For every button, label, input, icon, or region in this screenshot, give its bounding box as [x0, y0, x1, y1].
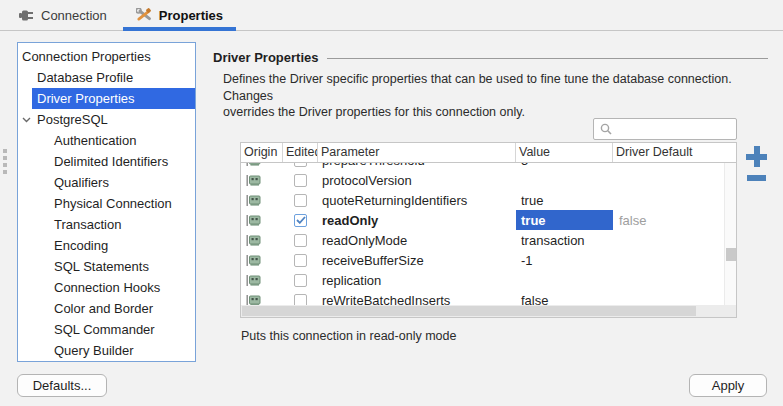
sidebar-item-postgresql[interactable]: PostgreSQL: [18, 109, 195, 130]
tab-connection[interactable]: Connection: [18, 0, 107, 31]
sidebar-item-label: Query Builder: [54, 343, 133, 358]
table-row[interactable]: quoteReturningIdentifierstrue: [241, 190, 724, 210]
scrollbar-corner: [724, 305, 736, 317]
edited-checkbox[interactable]: [294, 254, 307, 267]
sidebar-item-database-profile[interactable]: Database Profile: [18, 67, 195, 88]
table-row[interactable]: readOnlyModetransaction: [241, 230, 724, 250]
sidebar-item-driver-properties[interactable]: Driver Properties: [32, 88, 195, 109]
edited-checkbox[interactable]: [294, 274, 307, 287]
sidebar-item-label: Authentication: [54, 133, 136, 148]
table-row[interactable]: replication: [241, 270, 724, 290]
value-cell[interactable]: true: [516, 190, 613, 210]
add-property-button[interactable]: [746, 146, 767, 167]
tools-icon: [136, 8, 152, 22]
value-cell[interactable]: -1: [516, 250, 613, 270]
edited-cell: [283, 163, 318, 170]
tab-properties[interactable]: Properties: [123, 0, 236, 31]
value-cell[interactable]: [516, 270, 613, 290]
settings-tree: Connection PropertiesDatabase ProfileDri…: [17, 42, 196, 362]
section-header: Driver Properties: [213, 50, 768, 65]
remove-property-button[interactable]: [747, 175, 766, 181]
value-cell[interactable]: transaction: [516, 230, 613, 250]
column-header-value[interactable]: Value: [516, 143, 613, 162]
search-icon: [599, 122, 613, 136]
search-input[interactable]: [613, 120, 736, 138]
table-row[interactable]: readOnlytruefalse: [241, 210, 724, 230]
chevron-down-icon[interactable]: [22, 117, 32, 123]
edited-cell: [283, 270, 318, 290]
column-header-edited[interactable]: Edited: [283, 143, 318, 162]
sidebar-item-explain-plan[interactable]: Explain Plan: [18, 361, 195, 362]
edited-checkbox[interactable]: [294, 194, 307, 207]
sidebar-item-physical-connection[interactable]: Physical Connection: [18, 193, 195, 214]
tab-connection-label: Connection: [41, 8, 107, 23]
parameter-name: readOnly: [318, 210, 516, 230]
sidebar-item-sql-commander[interactable]: SQL Commander: [18, 319, 195, 340]
section-description: Defines the Driver specific properties t…: [223, 71, 768, 121]
table-row[interactable]: receiveBufferSize-1: [241, 250, 724, 270]
value-cell[interactable]: false: [516, 290, 613, 305]
edited-cell: [283, 190, 318, 210]
edited-checkbox-checked[interactable]: [294, 214, 307, 227]
section-rule: [327, 58, 769, 59]
driver-default-cell: [613, 290, 724, 305]
column-header-origin[interactable]: Origin: [241, 143, 283, 162]
value-cell-selected[interactable]: true: [516, 210, 613, 230]
tab-bar: Connection Properties: [0, 0, 783, 31]
origin-driver-icon: [241, 170, 283, 190]
edited-cell: [283, 210, 318, 230]
sidebar-item-label: Connection Properties: [22, 49, 151, 64]
driver-default-cell: [613, 230, 724, 250]
table-row[interactable]: protocolVersion: [241, 170, 724, 190]
sidebar-item-label: Connection Hooks: [54, 280, 160, 295]
value-cell[interactable]: [516, 170, 613, 190]
splitter-grip[interactable]: [3, 149, 8, 177]
sidebar-item-transaction[interactable]: Transaction: [18, 214, 195, 235]
sidebar-item-connection-properties[interactable]: Connection Properties: [18, 46, 195, 67]
sidebar-item-label: SQL Commander: [54, 322, 155, 337]
apply-button[interactable]: Apply: [689, 374, 767, 397]
sidebar-item-label: SQL Statements: [54, 259, 149, 274]
driver-default-cell: false: [613, 210, 724, 230]
edited-checkbox[interactable]: [294, 163, 307, 167]
table-row[interactable]: prepareThreshold5: [241, 163, 724, 170]
sidebar-item-connection-hooks[interactable]: Connection Hooks: [18, 277, 195, 298]
table-header: Origin Edited Parameter Value Driver Def…: [241, 143, 736, 163]
edited-checkbox[interactable]: [294, 234, 307, 247]
property-search: [593, 118, 737, 140]
vertical-scrollbar-thumb[interactable]: [726, 248, 736, 261]
defaults-button[interactable]: Defaults...: [17, 374, 107, 397]
sidebar-item-sql-statements[interactable]: SQL Statements: [18, 256, 195, 277]
sidebar-item-label: PostgreSQL: [37, 112, 108, 127]
sidebar-item-encoding[interactable]: Encoding: [18, 235, 195, 256]
driver-default-cell: [613, 170, 724, 190]
sidebar-item-label: Delimited Identifiers: [54, 154, 168, 169]
sidebar-item-label: Color and Border: [54, 301, 153, 316]
table-row[interactable]: reWriteBatchedInsertsfalse: [241, 290, 724, 305]
column-header-driver-default[interactable]: Driver Default: [613, 143, 724, 162]
horizontal-scrollbar[interactable]: [241, 305, 724, 317]
sidebar-item-delimited-identifiers[interactable]: Delimited Identifiers: [18, 151, 195, 172]
value-cell[interactable]: 5: [516, 163, 613, 170]
sidebar-item-authentication[interactable]: Authentication: [18, 130, 195, 151]
vertical-scrollbar[interactable]: [724, 163, 736, 305]
property-help-text: Puts this connection in read-only mode: [241, 329, 456, 343]
sidebar-item-query-builder[interactable]: Query Builder: [18, 340, 195, 361]
sidebar-item-qualifiers[interactable]: Qualifiers: [18, 172, 195, 193]
table-row-clipped[interactable]: prepareThreshold5: [241, 163, 724, 170]
edited-checkbox[interactable]: [294, 174, 307, 187]
table-body: prepareThreshold5protocolVersionquoteRet…: [241, 163, 724, 305]
edited-cell: [283, 250, 318, 270]
sidebar-item-color-and-border[interactable]: Color and Border: [18, 298, 195, 319]
edited-cell: [283, 170, 318, 190]
column-header-parameter[interactable]: Parameter: [318, 143, 516, 162]
driver-default-cell: [613, 250, 724, 270]
origin-driver-icon: [241, 210, 283, 230]
parameter-name: protocolVersion: [318, 170, 516, 190]
horizontal-scrollbar-thumb[interactable]: [242, 306, 696, 316]
driver-default-cell: [613, 163, 724, 170]
sidebar-item-label: Transaction: [54, 217, 121, 232]
edited-checkbox[interactable]: [294, 294, 307, 306]
origin-driver-icon: [241, 270, 283, 290]
parameter-name: reWriteBatchedInserts: [318, 290, 516, 305]
